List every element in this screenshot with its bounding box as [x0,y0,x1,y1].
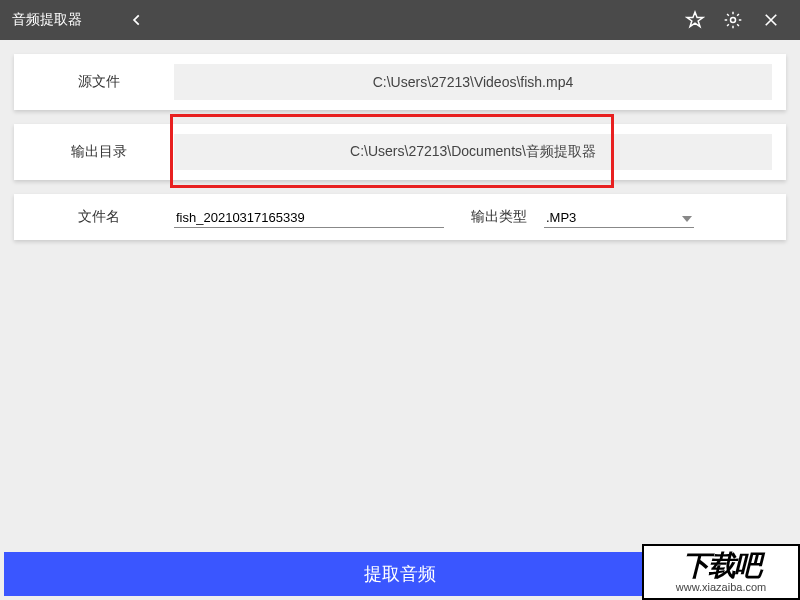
output-type-value: .MP3 [546,210,576,225]
output-dir-value: C:\Users\27213\Documents\音频提取器 [350,143,596,161]
output-type-label: 输出类型 [454,208,544,226]
settings-button[interactable] [716,3,750,37]
output-dir-row: 输出目录 C:\Users\27213\Documents\音频提取器 [14,124,786,180]
app-title: 音频提取器 [12,11,82,29]
watermark-url: www.xiazaiba.com [676,582,766,593]
chevron-left-icon [130,13,144,27]
output-dir-label: 输出目录 [24,143,174,161]
filename-label: 文件名 [24,208,174,226]
output-type-select[interactable]: .MP3 [544,206,694,228]
favorite-button[interactable] [678,3,712,37]
source-file-field[interactable]: C:\Users\27213\Videos\fish.mp4 [174,64,772,100]
caret-down-icon [682,210,692,225]
gear-icon [723,10,743,30]
source-file-value: C:\Users\27213\Videos\fish.mp4 [373,74,574,90]
close-icon [762,11,780,29]
filename-input[interactable] [174,206,444,228]
watermark-title: 下载吧 [682,552,760,580]
extract-button-label: 提取音频 [364,562,436,586]
close-button[interactable] [754,3,788,37]
app-header: 音频提取器 [0,0,800,40]
filename-row: 文件名 输出类型 .MP3 [14,194,786,240]
back-button[interactable] [130,13,144,27]
svg-point-0 [731,18,736,23]
output-dir-field[interactable]: C:\Users\27213\Documents\音频提取器 [174,134,772,170]
star-icon [685,10,705,30]
source-file-label: 源文件 [24,73,174,91]
source-file-row: 源文件 C:\Users\27213\Videos\fish.mp4 [14,54,786,110]
watermark: 下载吧 www.xiazaiba.com [642,544,800,600]
